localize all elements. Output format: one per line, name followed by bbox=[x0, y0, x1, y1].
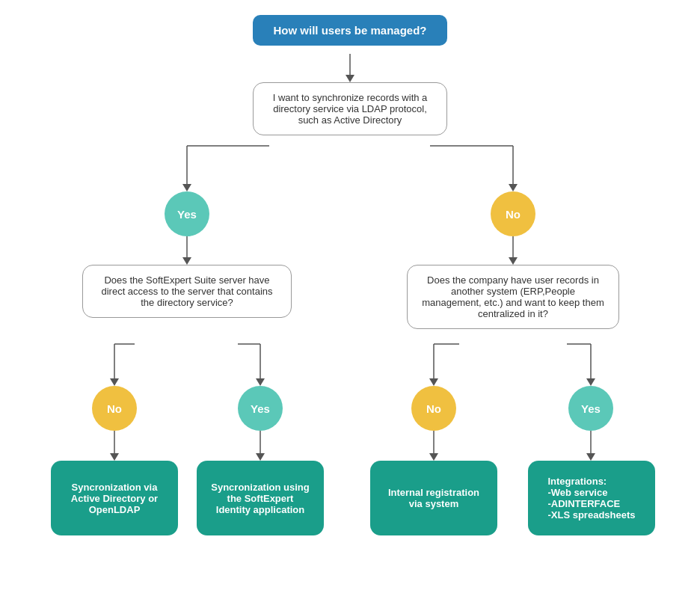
result-internal-node: Internal registration via system bbox=[370, 461, 497, 535]
result-ad-label: Syncronization via Active Directory or O… bbox=[51, 461, 178, 535]
svg-marker-23 bbox=[586, 378, 595, 386]
q2-left-node: Does the SoftExpert Suite server have di… bbox=[82, 265, 292, 318]
yes-circle-left: Yes bbox=[165, 191, 209, 236]
svg-marker-9 bbox=[182, 257, 191, 265]
result-integrations-label: Integrations: -Web service -ADINTERFACE … bbox=[528, 461, 655, 535]
q2-left-label: Does the SoftExpert Suite server have di… bbox=[82, 265, 292, 318]
result-internal-label: Internal registration via system bbox=[370, 461, 497, 535]
yes-circle-rr-label: Yes bbox=[568, 386, 613, 431]
no-circle-rl-label: No bbox=[411, 386, 456, 431]
svg-marker-25 bbox=[110, 453, 119, 461]
svg-marker-1 bbox=[346, 75, 354, 82]
no-circle-left-left: No bbox=[92, 386, 137, 431]
diagram-container: How will users be managed? I want to syn… bbox=[0, 0, 700, 611]
yes-circle-right-right: Yes bbox=[568, 386, 613, 431]
no-circle-right-label: No bbox=[491, 191, 535, 236]
no-circle-right: No bbox=[491, 191, 535, 236]
result-se-label: Syncronization using the SoftExpert Iden… bbox=[197, 461, 324, 535]
q2-right-node: Does the company have user records in an… bbox=[407, 265, 619, 329]
svg-marker-7 bbox=[509, 184, 518, 191]
svg-marker-31 bbox=[586, 453, 595, 461]
svg-marker-4 bbox=[182, 184, 191, 191]
result-ad-node: Syncronization via Active Directory or O… bbox=[51, 461, 178, 535]
svg-marker-17 bbox=[256, 378, 265, 386]
no-circle-ll-label: No bbox=[92, 386, 137, 431]
yes-circle-left-right: Yes bbox=[238, 386, 283, 431]
svg-marker-11 bbox=[509, 257, 518, 265]
result-integrations-node: Integrations: -Web service -ADINTERFACE … bbox=[528, 461, 655, 535]
svg-marker-14 bbox=[110, 378, 119, 386]
q2-right-label: Does the company have user records in an… bbox=[407, 265, 619, 329]
yes-circle-lr-label: Yes bbox=[238, 386, 283, 431]
no-circle-right-left: No bbox=[411, 386, 456, 431]
result-se-node: Syncronization using the SoftExpert Iden… bbox=[197, 461, 324, 535]
svg-marker-29 bbox=[429, 453, 438, 461]
svg-marker-27 bbox=[256, 453, 265, 461]
top-question-label: How will users be managed? bbox=[253, 15, 447, 46]
yes-circle-left-label: Yes bbox=[165, 191, 209, 236]
svg-marker-20 bbox=[429, 378, 438, 386]
top-question-node: How will users be managed? bbox=[253, 15, 447, 46]
q1-node: I want to synchronize records with a dir… bbox=[253, 82, 447, 135]
q1-label: I want to synchronize records with a dir… bbox=[253, 82, 447, 135]
